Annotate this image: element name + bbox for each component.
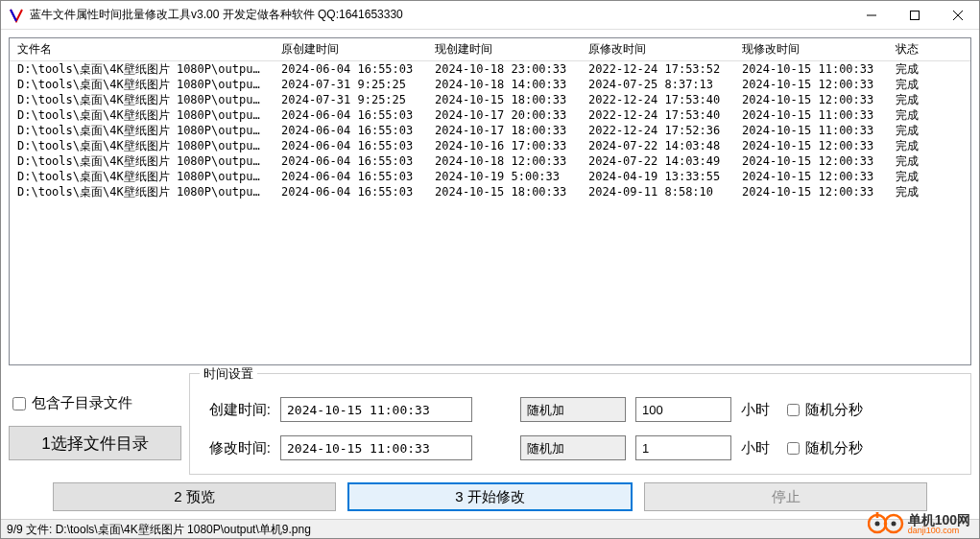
- cell-create-new: 2024-10-17 20:00:33: [427, 108, 581, 122]
- select-dir-button[interactable]: 1选择文件目录: [9, 426, 181, 460]
- cell-create-orig: 2024-06-04 16:55:03: [274, 139, 427, 152]
- cell-create-new: 2024-10-15 18:00:33: [427, 185, 581, 199]
- fieldset-legend: 时间设置: [200, 365, 257, 383]
- table-header: 文件名 原创建时间 现创建时间 原修改时间 现修改时间 状态: [10, 38, 970, 61]
- cell-status: 完成: [888, 184, 945, 200]
- cell-create-orig: 2024-06-04 16:55:03: [274, 108, 427, 122]
- cell-modify-orig: 2024-09-11 8:58:10: [581, 185, 734, 199]
- window-title: 蓝牛文件属性时间批量修改工具v3.00 开发定做各种软件 QQ:16416533…: [30, 7, 849, 23]
- cell-create-orig: 2024-07-31 9:25:25: [274, 78, 427, 91]
- maximize-button[interactable]: [893, 1, 936, 29]
- cell-status: 完成: [888, 77, 945, 93]
- file-table[interactable]: 文件名 原创建时间 现创建时间 原修改时间 现修改时间 状态 D:\tools\…: [9, 37, 971, 365]
- cell-status: 完成: [888, 153, 945, 170]
- cell-create-new: 2024-10-17 18:00:33: [427, 124, 581, 137]
- create-time-combo[interactable]: 2024-10-15 11:00:33: [280, 397, 472, 422]
- cell-status: 完成: [888, 107, 945, 124]
- col-status[interactable]: 状态: [888, 39, 945, 59]
- table-row[interactable]: D:\tools\桌面\4K壁纸图片 1080P\output\单机…2024-…: [10, 123, 970, 138]
- random-mode-1[interactable]: 随机加: [520, 397, 626, 422]
- include-subdir-input[interactable]: [12, 397, 26, 410]
- cell-create-new: 2024-10-18 12:00:33: [427, 154, 581, 168]
- cell-status: 完成: [888, 138, 945, 154]
- cell-modify-orig: 2022-12-24 17:53:40: [581, 93, 734, 106]
- cell-filename: D:\tools\桌面\4K壁纸图片 1080P\output\单机…: [10, 123, 274, 139]
- svg-point-5: [874, 522, 879, 527]
- random-sec-1[interactable]: 随机分秒: [787, 401, 863, 419]
- preview-button[interactable]: 2 预览: [53, 482, 336, 511]
- cell-filename: D:\tools\桌面\4K壁纸图片 1080P\output\单机…: [10, 153, 274, 170]
- cell-create-new: 2024-10-16 17:00:33: [427, 139, 581, 152]
- cell-create-orig: 2024-06-04 16:55:03: [274, 62, 427, 76]
- table-row[interactable]: D:\tools\桌面\4K壁纸图片 1080P\output\单机…2024-…: [10, 61, 970, 77]
- cell-create-orig: 2024-07-31 9:25:25: [274, 93, 427, 106]
- cell-filename: D:\tools\桌面\4K壁纸图片 1080P\output\单机…: [10, 184, 274, 200]
- table-row[interactable]: D:\tools\桌面\4K壁纸图片 1080P\output\单机…2024-…: [10, 184, 970, 199]
- col-modify-new[interactable]: 现修改时间: [734, 39, 888, 59]
- cell-modify-new: 2024-10-15 12:00:33: [734, 154, 888, 168]
- cell-modify-orig: 2022-12-24 17:53:52: [581, 62, 734, 76]
- statusbar: 9/9 文件: D:\tools\桌面\4K壁纸图片 1080P\output\…: [1, 519, 979, 538]
- table-row[interactable]: D:\tools\桌面\4K壁纸图片 1080P\output\单机…2024-…: [10, 138, 970, 153]
- cell-modify-new: 2024-10-15 12:00:33: [734, 93, 888, 106]
- cell-create-orig: 2024-06-04 16:55:03: [274, 124, 427, 137]
- close-button[interactable]: [936, 1, 979, 29]
- cell-modify-new: 2024-10-15 11:00:33: [734, 108, 888, 122]
- cell-create-new: 2024-10-18 14:00:33: [427, 78, 581, 91]
- col-create-orig[interactable]: 原创建时间: [274, 39, 427, 59]
- status-text: 9/9 文件: D:\tools\桌面\4K壁纸图片 1080P\output\…: [7, 523, 311, 536]
- cell-create-new: 2024-10-18 23:00:33: [427, 62, 581, 76]
- cell-filename: D:\tools\桌面\4K壁纸图片 1080P\output\单机…: [10, 77, 274, 93]
- cell-modify-orig: 2024-07-25 8:37:13: [581, 78, 734, 91]
- time-settings-fieldset: 时间设置 创建时间: 2024-10-15 11:00:33 随机加 100 小…: [189, 373, 971, 475]
- modify-time-combo[interactable]: 2024-10-15 11:00:33: [280, 435, 472, 460]
- include-subdir-checkbox[interactable]: 包含子目录文件: [9, 394, 181, 412]
- stop-button[interactable]: 停止: [644, 482, 927, 511]
- include-subdir-label: 包含子目录文件: [32, 394, 132, 412]
- hours-combo-1[interactable]: 100: [635, 397, 731, 422]
- cell-modify-new: 2024-10-15 12:00:33: [734, 139, 888, 152]
- col-filename[interactable]: 文件名: [10, 39, 274, 59]
- unit-2: 小时: [741, 439, 770, 457]
- table-row[interactable]: D:\tools\桌面\4K壁纸图片 1080P\output\单机…2024-…: [10, 92, 970, 107]
- col-modify-orig[interactable]: 原修改时间: [581, 39, 734, 59]
- cell-create-orig: 2024-06-04 16:55:03: [274, 170, 427, 183]
- left-panel: 包含子目录文件 1选择文件目录: [9, 373, 181, 475]
- col-create-new[interactable]: 现创建时间: [427, 39, 581, 59]
- svg-point-9: [891, 522, 896, 527]
- table-row[interactable]: D:\tools\桌面\4K壁纸图片 1080P\output\单机…2024-…: [10, 153, 970, 169]
- minimize-button[interactable]: [849, 1, 893, 29]
- table-body: D:\tools\桌面\4K壁纸图片 1080P\output\单机…2024-…: [10, 61, 970, 199]
- random-sec-input-2[interactable]: [787, 442, 800, 455]
- cell-modify-new: 2024-10-15 12:00:33: [734, 170, 888, 183]
- start-button[interactable]: 3 开始修改: [347, 482, 633, 511]
- cell-modify-orig: 2024-04-19 13:33:55: [581, 170, 734, 183]
- cell-modify-orig: 2022-12-24 17:52:36: [581, 124, 734, 137]
- cell-status: 完成: [888, 61, 945, 78]
- modify-time-row: 修改时间: 2024-10-15 11:00:33 随机加 1 小时 随机分秒: [203, 435, 957, 460]
- unit-1: 小时: [741, 401, 770, 419]
- modify-time-label: 修改时间:: [203, 439, 271, 457]
- table-row[interactable]: D:\tools\桌面\4K壁纸图片 1080P\output\单机…2024-…: [10, 77, 970, 92]
- cell-filename: D:\tools\桌面\4K壁纸图片 1080P\output\单机…: [10, 138, 274, 154]
- cell-create-new: 2024-10-19 5:00:33: [427, 170, 581, 183]
- create-time-label: 创建时间:: [203, 401, 271, 419]
- random-sec-2[interactable]: 随机分秒: [787, 439, 863, 457]
- content-area: 文件名 原创建时间 现创建时间 原修改时间 现修改时间 状态 D:\tools\…: [1, 30, 979, 519]
- random-sec-input-1[interactable]: [787, 404, 800, 416]
- cell-create-orig: 2024-06-04 16:55:03: [274, 185, 427, 199]
- hours-combo-2[interactable]: 1: [635, 435, 731, 460]
- svg-rect-1: [910, 11, 919, 19]
- titlebar: 蓝牛文件属性时间批量修改工具v3.00 开发定做各种软件 QQ:16416533…: [1, 1, 979, 30]
- table-row[interactable]: D:\tools\桌面\4K壁纸图片 1080P\output\单机…2024-…: [10, 169, 970, 184]
- cell-status: 完成: [888, 92, 945, 108]
- cell-create-new: 2024-10-15 18:00:33: [427, 93, 581, 106]
- create-time-row: 创建时间: 2024-10-15 11:00:33 随机加 100 小时 随机分…: [203, 397, 957, 422]
- cell-status: 完成: [888, 123, 945, 139]
- random-mode-2[interactable]: 随机加: [520, 435, 626, 460]
- table-row[interactable]: D:\tools\桌面\4K壁纸图片 1080P\output\单机…2024-…: [10, 107, 970, 123]
- cell-create-orig: 2024-06-04 16:55:03: [274, 154, 427, 168]
- cell-modify-orig: 2024-07-22 14:03:48: [581, 139, 734, 152]
- cell-status: 完成: [888, 169, 945, 185]
- cell-modify-new: 2024-10-15 12:00:33: [734, 78, 888, 91]
